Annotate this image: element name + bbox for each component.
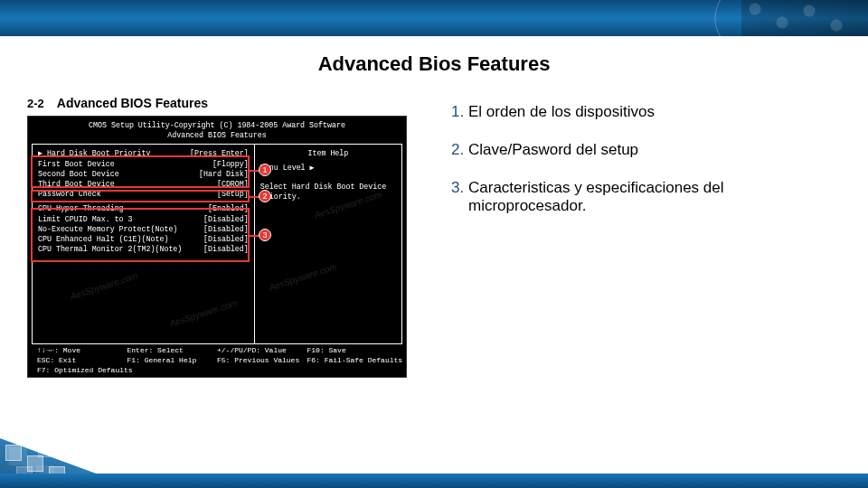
footer-hint: F6: Fail-Safe Defaults (307, 356, 398, 366)
footer-hint: F5: Previous Values (217, 356, 307, 366)
footer-hint: ESC: Exit (37, 356, 127, 366)
bios-row: CPU Enhanced Halt (C1E)(Note)[Disabled] (38, 234, 249, 244)
bios-screen: CMOS Setup Utility-Copyright (C) 1984-20… (27, 116, 407, 378)
bios-row: No-Execute Memory Protect(Note)[Disabled… (38, 224, 249, 234)
notes-list: El orden de los dispositivos Clave/Paswo… (443, 103, 841, 215)
top-bar (0, 0, 868, 36)
list-item: El orden de los dispositivos (468, 103, 841, 121)
bios-row: CPU Hyper-Threading[Enabled] (38, 203, 249, 213)
bios-row: Second Boot Device[Hard Disk] (38, 169, 249, 179)
footer-hint: F1: General Help (127, 356, 218, 366)
footer-hint: +/-/PU/PD: Value (217, 346, 307, 356)
list-item: Caracteristicas y especificaciones del m… (468, 179, 841, 215)
footer-hint: F7: Optimized Defaults (37, 366, 127, 376)
footer-hint: F10: Save (307, 346, 398, 356)
slide-title: Advanced Bios Features (0, 52, 868, 76)
bios-row: Limit CPUID Max. to 3[Disabled] (38, 214, 249, 224)
bios-left-pane: ▶ Hard Disk Boot Priority[Press Enter] F… (33, 145, 254, 343)
bios-figure-header: 2-2 Advanced BIOS Features (27, 94, 416, 116)
bios-row: First Boot Device[Floppy] (38, 159, 249, 169)
help-sub: Menu Level ▶ (260, 163, 396, 173)
divider (38, 201, 249, 202)
bios-section-number: 2-2 (27, 97, 44, 110)
bios-top-caption: CMOS Setup Utility-Copyright (C) 1984-20… (32, 120, 402, 140)
footer-hint: Enter: Select (127, 346, 218, 356)
bios-row: Password Check[Setup] (38, 189, 249, 199)
bios-row: ▶ Hard Disk Boot Priority[Press Enter] (38, 148, 249, 158)
top-arc-decoration (714, 0, 750, 36)
bios-section-title: Advanced BIOS Features (57, 96, 208, 110)
notes-pane: El orden de los dispositivos Clave/Paswo… (443, 94, 841, 378)
help-title: Item Help (260, 148, 396, 158)
bios-row: CPU Thermal Monitor 2(TM2)(Note)[Disable… (38, 244, 249, 254)
footer-hint: ↑↓→←: Move (37, 346, 127, 356)
bios-footer: ↑↓→←: Move Enter: Select +/-/PU/PD: Valu… (32, 344, 402, 377)
bios-right-pane: Item Help Menu Level ▶ Select Hard Disk … (254, 145, 401, 343)
bios-top-line1: CMOS Setup Utility-Copyright (C) 1984-20… (32, 120, 402, 130)
bios-figure: 2-2 Advanced BIOS Features CMOS Setup Ut… (27, 94, 416, 378)
top-right-decoration (741, 0, 868, 36)
bios-body: ▶ Hard Disk Boot Priority[Press Enter] F… (32, 144, 402, 344)
list-item: Clave/Pasword del setup (468, 141, 841, 159)
bottom-bar (0, 474, 868, 488)
bios-row: Third Boot Device[CDROM] (38, 179, 249, 189)
content-row: 2-2 Advanced BIOS Features CMOS Setup Ut… (0, 76, 868, 378)
bios-top-line2: Advanced BIOS Features (32, 130, 402, 140)
help-text: Select Hard Disk Boot Device Priority. (260, 182, 396, 202)
